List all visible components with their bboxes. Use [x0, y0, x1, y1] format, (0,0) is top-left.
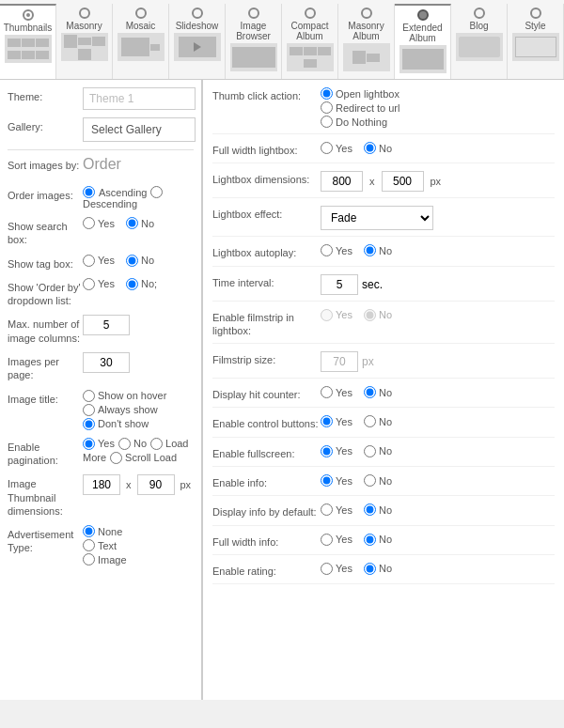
- hit-yes-radio[interactable]: [321, 386, 333, 398]
- gallery-type-extended-album[interactable]: Extended Album: [395, 4, 451, 79]
- slideshow-label: Slideshow: [176, 21, 219, 31]
- full-info-yes-label: Yes: [336, 534, 352, 545]
- click-action-radio-group: Open lightbox Redirect to url Do Nothing: [321, 87, 555, 128]
- pagination-no-radio[interactable]: [118, 438, 131, 450]
- display-info-yes-radio[interactable]: [321, 503, 333, 516]
- gallery-type-mosaic[interactable]: Mosaic: [113, 4, 169, 79]
- thumb-width-input[interactable]: [83, 474, 120, 495]
- lb-height-input[interactable]: [382, 171, 424, 192]
- tag-no-radio[interactable]: [126, 255, 138, 267]
- rating-row: Enable rating: Yes No: [212, 563, 555, 584]
- fullscreen-options: Yes No: [321, 445, 555, 457]
- time-interval-input[interactable]: [321, 274, 358, 295]
- full-width-lb-no-label: No: [379, 143, 392, 154]
- title-always-item: Always show: [83, 404, 194, 416]
- tag-yes-radio[interactable]: [83, 255, 95, 267]
- control-yes-radio[interactable]: [321, 415, 333, 427]
- title-always-radio[interactable]: [83, 404, 95, 416]
- search-no-radio[interactable]: [126, 217, 138, 229]
- compact-album-radio: [305, 8, 316, 19]
- search-yes-radio[interactable]: [83, 217, 95, 229]
- gallery-type-thumbnails[interactable]: Thumbnails: [0, 4, 56, 79]
- click-open-radio[interactable]: [321, 87, 333, 100]
- autoplay-yes-radio[interactable]: [321, 244, 333, 256]
- pagination-row-2: More Scroll Load: [83, 452, 194, 464]
- hit-no-radio[interactable]: [364, 386, 376, 398]
- ascending-row: Ascending: [83, 186, 194, 198]
- full-width-lb-yes-radio[interactable]: [321, 142, 333, 154]
- gallery-type-slideshow[interactable]: Slideshow: [169, 4, 226, 79]
- lb-effect-row: Lightbox effect: Fade: [212, 206, 555, 237]
- thumb-height-input[interactable]: [137, 474, 175, 495]
- pagination-radio-group: Yes No Load: [83, 438, 194, 450]
- filmstrip-radio: Yes No: [321, 309, 555, 321]
- thumb-dim-value: x px: [83, 474, 194, 495]
- ascending-radio[interactable]: [83, 186, 95, 198]
- rating-yes-label: Yes: [336, 563, 352, 574]
- adv-none-radio[interactable]: [83, 525, 95, 537]
- adv-image-radio[interactable]: [83, 553, 95, 565]
- gallery-type-blog[interactable]: Blog: [451, 4, 508, 79]
- masonry-album-label: Masonry Album: [344, 21, 388, 41]
- more-label: More: [83, 452, 106, 463]
- fullscreen-row: Enable fullscreen: Yes No: [212, 445, 555, 467]
- order-dd-yes-radio[interactable]: [83, 278, 95, 290]
- adv-type-options: None Text Image: [83, 525, 194, 565]
- fullscreen-no-radio[interactable]: [364, 445, 376, 457]
- filmstrip-yes-radio[interactable]: [321, 309, 333, 321]
- display-info-yes-label: Yes: [336, 504, 352, 516]
- images-per-page-input[interactable]: [83, 352, 130, 373]
- info-no-item: No: [364, 474, 392, 487]
- image-browser-label: Image Browser: [231, 21, 275, 41]
- info-yes-radio[interactable]: [321, 474, 333, 487]
- full-info-yes-radio[interactable]: [321, 534, 333, 546]
- gallery-type-image-browser[interactable]: Image Browser: [226, 4, 282, 79]
- enable-info-radio: Yes No: [321, 474, 555, 487]
- title-dont-radio[interactable]: [83, 418, 95, 430]
- select-gallery-button[interactable]: Select Gallery: [83, 117, 196, 142]
- descending-radio[interactable]: [150, 186, 163, 198]
- full-width-lb-row: Full width lightbox: Yes No: [212, 142, 555, 163]
- full-width-lb-yes-label: Yes: [336, 143, 352, 154]
- full-info-no-radio[interactable]: [364, 534, 376, 546]
- info-no-radio[interactable]: [364, 474, 376, 487]
- fullscreen-yes-radio[interactable]: [321, 445, 333, 457]
- adv-text-radio[interactable]: [83, 539, 95, 551]
- filmstrip-size-input[interactable]: [321, 351, 358, 372]
- theme-input[interactable]: [83, 87, 196, 110]
- pagination-scroll-radio[interactable]: [110, 452, 122, 464]
- slideshow-radio: [192, 8, 203, 19]
- display-info-no-radio[interactable]: [364, 503, 376, 516]
- click-nothing-radio[interactable]: [321, 116, 333, 128]
- click-redirect-label: Redirect to url: [336, 102, 400, 114]
- max-columns-input[interactable]: [83, 315, 130, 335]
- rating-yes-radio[interactable]: [321, 563, 333, 575]
- right-panel: Thumb click action: Open lightbox Redire…: [203, 80, 564, 700]
- title-hover-radio[interactable]: [83, 390, 95, 402]
- pagination-scroll-label: Scroll Load: [125, 452, 177, 463]
- gallery-type-masonry[interactable]: Masonry: [56, 4, 113, 79]
- display-info-row: Display info by default: Yes No: [212, 503, 555, 525]
- filmstrip-size-row: Filmstrip size: px: [212, 351, 555, 379]
- lb-effect-select[interactable]: Fade: [321, 206, 433, 230]
- pagination-load-radio[interactable]: [150, 438, 163, 450]
- full-width-lb-no-radio[interactable]: [364, 142, 376, 154]
- info-yes-item: Yes: [321, 474, 352, 487]
- gallery-type-masonry-album[interactable]: Masonry Album: [338, 4, 395, 79]
- pagination-yes-radio[interactable]: [83, 438, 95, 450]
- pagination-no-item: No: [118, 438, 147, 450]
- autoplay-no-radio[interactable]: [364, 244, 376, 256]
- image-title-options: Show on hover Always show Don't show: [83, 390, 194, 430]
- control-btn-radio: Yes No: [321, 415, 555, 427]
- lb-width-input[interactable]: [321, 171, 363, 192]
- rating-no-radio[interactable]: [364, 563, 376, 575]
- gallery-type-style[interactable]: Style: [508, 4, 564, 79]
- lb-autoplay-label: Lightbox autoplay:: [212, 244, 321, 259]
- order-dd-no-radio[interactable]: [126, 278, 138, 290]
- gallery-type-compact-album[interactable]: Compact Album: [282, 4, 338, 79]
- info-no-label: No: [379, 475, 392, 487]
- filmstrip-no-radio[interactable]: [364, 309, 376, 321]
- click-redirect-radio[interactable]: [321, 101, 333, 114]
- pagination-yes-item: Yes: [83, 438, 115, 450]
- control-no-radio[interactable]: [364, 415, 376, 427]
